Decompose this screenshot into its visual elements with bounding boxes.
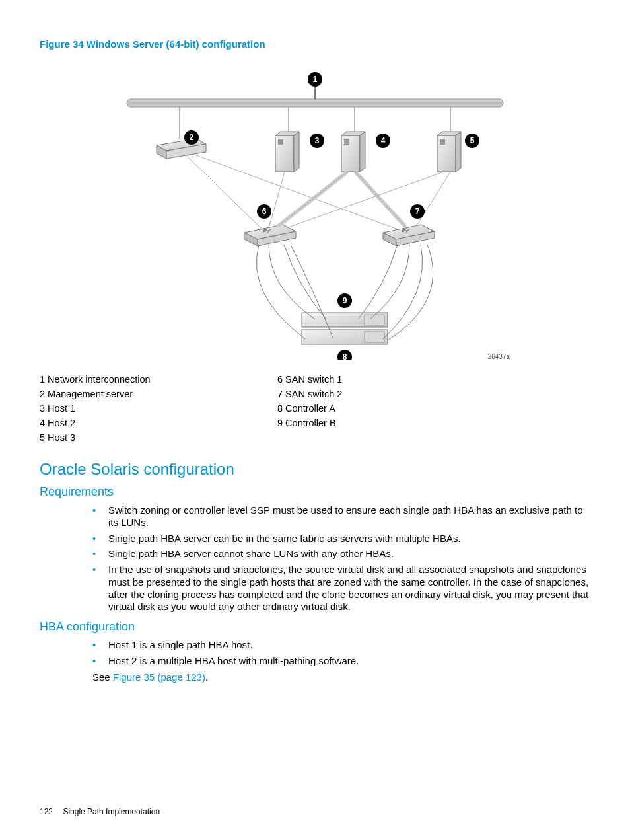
legend-item: 1 Network interconnection xyxy=(40,374,277,385)
diagram-svg: 1 2 3 4 5 6 7 8 9 xyxy=(120,56,510,360)
callout-5: 5 xyxy=(470,136,475,145)
legend-item: 6 SAN switch 1 xyxy=(277,374,590,385)
svg-rect-19 xyxy=(440,139,445,145)
figure-caption: Figure 34 Windows Server (64-bit) config… xyxy=(40,38,590,50)
callout-3: 3 xyxy=(315,136,320,145)
page-number: 122 xyxy=(40,807,53,816)
callout-8: 8 xyxy=(343,352,347,360)
list-item: Single path HBA server can be in the sam… xyxy=(92,533,590,545)
legend-item: 2 Management server xyxy=(40,389,277,399)
svg-marker-10 xyxy=(294,132,299,172)
callout-7: 7 xyxy=(415,207,420,216)
requirements-list: Switch zoning or controller level SSP mu… xyxy=(40,504,590,613)
svg-marker-18 xyxy=(456,132,461,172)
diagram-reference: 26437a xyxy=(488,353,510,360)
list-item: Single path HBA server cannot share LUNs… xyxy=(92,548,590,560)
legend-item: 8 Controller A xyxy=(277,403,590,414)
legend-item: 9 Controller B xyxy=(277,418,590,428)
callout-6: 6 xyxy=(262,207,267,216)
see-reference: See Figure 35 (page 123). xyxy=(92,671,590,683)
network-diagram: 1 2 3 4 5 6 7 8 9 26437a xyxy=(120,56,510,360)
legend-item: 5 Host 3 xyxy=(40,432,277,443)
list-item: Host 2 is a multiple HBA host with multi… xyxy=(92,655,590,668)
svg-line-26 xyxy=(186,155,262,229)
hba-heading: HBA configuration xyxy=(40,620,590,634)
callout-1: 1 xyxy=(313,75,318,84)
legend-item: 7 SAN switch 2 xyxy=(277,389,590,399)
figure-legend: 1 Network interconnection 2 Management s… xyxy=(40,370,590,447)
requirements-heading: Requirements xyxy=(40,485,590,499)
svg-rect-36 xyxy=(365,315,384,325)
svg-rect-0 xyxy=(127,99,503,107)
see-suffix: . xyxy=(205,671,208,683)
list-item: Host 1 is a single path HBA host. xyxy=(92,639,590,652)
section-heading: Oracle Solaris configuration xyxy=(40,460,590,478)
svg-rect-15 xyxy=(344,139,349,145)
figure-link[interactable]: Figure 35 (page 123) xyxy=(113,671,205,683)
svg-rect-11 xyxy=(278,139,283,145)
footer-title: Single Path Implementation xyxy=(63,807,160,816)
svg-line-28 xyxy=(269,172,285,228)
document-page: Figure 34 Windows Server (64-bit) config… xyxy=(0,0,630,840)
list-item: Switch zoning or controller level SSP mu… xyxy=(92,504,590,529)
hba-list: Host 1 is a single path HBA host. Host 2… xyxy=(40,639,590,668)
callout-9: 9 xyxy=(343,296,347,305)
svg-rect-38 xyxy=(365,332,384,342)
callout-2: 2 xyxy=(190,133,194,142)
page-footer: 122 Single Path Implementation xyxy=(40,807,160,816)
list-item: In the use of snapshots and snapclones, … xyxy=(92,564,590,613)
svg-marker-14 xyxy=(360,132,365,172)
legend-item: 3 Host 1 xyxy=(40,403,277,414)
see-prefix: See xyxy=(92,671,113,683)
svg-line-32 xyxy=(355,172,405,227)
callout-4: 4 xyxy=(381,136,386,145)
legend-item: 4 Host 2 xyxy=(40,418,277,428)
